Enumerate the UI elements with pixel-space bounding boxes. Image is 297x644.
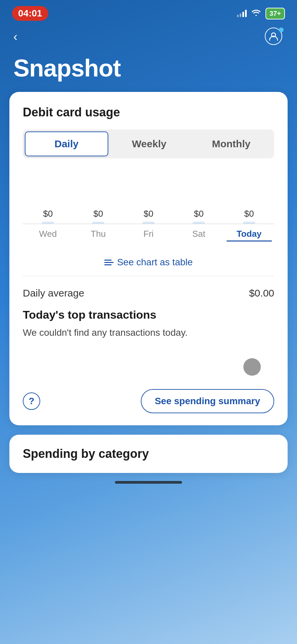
chart-col-thu: $0	[76, 209, 121, 224]
card-bottom: ? See spending summary	[23, 386, 274, 413]
tab-weekly[interactable]: Weekly	[108, 131, 190, 156]
day-label-thu: Thu	[76, 229, 121, 241]
scroll-indicator	[23, 358, 274, 376]
daily-average-row: Daily average $0.00	[23, 284, 274, 308]
help-button[interactable]: ?	[23, 392, 40, 410]
status-time: 04:01	[12, 6, 48, 21]
top-nav: ‹	[0, 24, 297, 46]
debit-card-section: Debit card usage Daily Weekly Monthly $0…	[9, 92, 288, 425]
day-label-sat: Sat	[176, 229, 222, 241]
chart-columns: $0 $0 $0 $0 $0	[23, 183, 274, 224]
daily-average-value: $0.00	[249, 287, 274, 299]
chart-table-link[interactable]: See chart as table	[23, 252, 274, 276]
day-labels: Wed Thu Fri Sat Today	[23, 229, 274, 241]
spending-by-category-card: Spending by category	[9, 435, 288, 473]
signal-icon	[237, 10, 247, 17]
battery-icon: 37+	[265, 8, 285, 19]
status-bar: 04:01 37+	[0, 0, 297, 24]
period-tabs: Daily Weekly Monthly	[23, 129, 274, 158]
daily-average-label: Daily average	[23, 287, 84, 299]
day-label-wed: Wed	[25, 229, 71, 241]
chart-col-today: $0	[227, 209, 272, 224]
back-button[interactable]: ‹	[13, 31, 17, 43]
day-label-fri: Fri	[126, 229, 171, 241]
wifi-icon	[251, 9, 261, 18]
home-bar	[115, 481, 182, 484]
divider-1	[23, 276, 274, 276]
empty-transactions-text: We couldn't find any transactions today.	[23, 327, 274, 338]
home-indicator	[0, 473, 297, 489]
tab-daily[interactable]: Daily	[25, 131, 108, 156]
tab-monthly[interactable]: Monthly	[190, 131, 272, 156]
chart-col-fri: $0	[126, 209, 171, 224]
spending-category-title: Spending by category	[23, 447, 274, 461]
page-title: Snapshot	[0, 46, 297, 92]
profile-wrapper[interactable]	[265, 28, 284, 46]
chart-col-wed: $0	[25, 209, 71, 224]
scroll-dot	[243, 358, 261, 376]
chart-col-sat: $0	[176, 209, 222, 224]
day-label-today: Today	[227, 229, 272, 241]
spending-summary-button[interactable]: See spending summary	[141, 389, 274, 413]
list-icon	[104, 260, 114, 265]
status-icons: 37+	[237, 8, 285, 19]
chart-baseline	[23, 224, 274, 224]
notification-dot	[279, 28, 284, 32]
top-transactions-title: Today's top transactions	[23, 308, 274, 321]
bar-chart: $0 $0 $0 $0 $0	[23, 170, 274, 224]
debit-card-title: Debit card usage	[23, 105, 274, 119]
